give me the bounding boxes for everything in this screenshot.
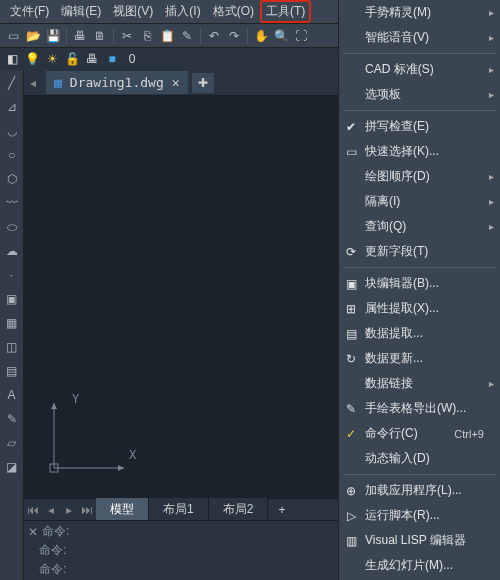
menu-edit[interactable]: 编辑(E) [55, 0, 107, 23]
field-icon: ⟳ [343, 244, 359, 260]
tools-menu-item-13[interactable]: ▣块编辑器(B)... [339, 271, 500, 296]
layout-next-icon[interactable]: ▸ [60, 503, 78, 517]
open-icon[interactable]: 📂 [24, 27, 42, 45]
layer-icon[interactable]: ◧ [4, 51, 20, 67]
menu-tools[interactable]: 工具(T) [260, 0, 311, 23]
ellipse-icon[interactable]: ⬭ [3, 218, 21, 236]
tools-menu-item-4[interactable]: 选项板▸ [339, 82, 500, 107]
bulb-icon[interactable]: 💡 [24, 51, 40, 67]
menu-view[interactable]: 视图(V) [107, 0, 159, 23]
menu-shortcut: Ctrl+9 [454, 428, 484, 440]
new-tab-button[interactable]: ✚ [192, 73, 214, 93]
tools-menu-item-22[interactable]: ⊕加载应用程序(L)... [339, 478, 500, 503]
wipeout-icon[interactable]: ◪ [3, 458, 21, 476]
tools-menu-item-3[interactable]: CAD 标准(S)▸ [339, 57, 500, 82]
menu-item-label: 更新字段(T) [365, 243, 428, 260]
tools-menu-dropdown: 手势精灵(M)▸智能语音(V)▸CAD 标准(S)▸选项板▸✔拼写检查(E)▭快… [338, 0, 500, 580]
layout-prev-icon[interactable]: ◂ [42, 503, 60, 517]
match-icon[interactable]: ✎ [178, 27, 196, 45]
polygon-icon[interactable]: ⬡ [3, 170, 21, 188]
layout-tab-model[interactable]: 模型 [96, 498, 149, 521]
menu-item-label: 拼写检查(E) [365, 118, 429, 135]
revcloud-icon[interactable]: ☁ [3, 242, 21, 260]
layer-0-icon[interactable]: 0 [124, 51, 140, 67]
color-icon[interactable]: ■ [104, 51, 120, 67]
tools-menu-item-14[interactable]: ⊞属性提取(X)... [339, 296, 500, 321]
save-icon[interactable]: 💾 [44, 27, 62, 45]
menu-item-label: 手势精灵(M) [365, 4, 431, 21]
tools-menu-item-18[interactable]: ✎手绘表格导出(W)... [339, 396, 500, 421]
tools-menu-item-10[interactable]: 查询(Q)▸ [339, 214, 500, 239]
menu-separator [343, 474, 496, 475]
menu-file[interactable]: 文件(F) [4, 0, 55, 23]
polyline-icon[interactable]: ⊿ [3, 98, 21, 116]
pan-icon[interactable]: ✋ [252, 27, 270, 45]
tools-menu-item-17[interactable]: 数据链接▸ [339, 371, 500, 396]
document-tab[interactable]: ▦ Drawing1.dwg ✕ [46, 71, 188, 94]
hand-icon: ✎ [343, 401, 359, 417]
ucs-y-label: Y [72, 392, 79, 406]
mage-icon[interactable]: ▱ [3, 434, 21, 452]
print-layer-icon[interactable]: 🖶 [84, 51, 100, 67]
layout-tab-1[interactable]: 布局1 [149, 498, 209, 521]
menu-item-label: Visual LISP 编辑器 [365, 532, 466, 549]
tools-menu-item-9[interactable]: 隔离(I)▸ [339, 189, 500, 214]
arc-icon[interactable]: ◡ [3, 122, 21, 140]
menu-item-label: CAD 标准(S) [365, 61, 434, 78]
submenu-arrow-icon: ▸ [489, 171, 494, 182]
menu-item-label: 快速选择(K)... [365, 143, 439, 160]
menu-format[interactable]: 格式(O) [207, 0, 260, 23]
line-icon[interactable]: ╱ [3, 74, 21, 92]
paste-icon[interactable]: 📋 [158, 27, 176, 45]
script-icon: ▷ [343, 508, 359, 524]
copy-icon[interactable]: ⎘ [138, 27, 156, 45]
layout-add-button[interactable]: + [268, 500, 295, 520]
cut-icon[interactable]: ✂ [118, 27, 136, 45]
tools-menu-item-0[interactable]: 手势精灵(M)▸ [339, 0, 500, 25]
tools-menu-item-8[interactable]: 绘图顺序(D)▸ [339, 164, 500, 189]
tabs-prev-icon[interactable]: ◂ [30, 76, 42, 90]
layout-last-icon[interactable]: ⏭ [78, 503, 96, 517]
zoom-icon[interactable]: 🔍 [272, 27, 290, 45]
menu-item-label: 生成幻灯片(M)... [365, 557, 453, 574]
layout-tab-2[interactable]: 布局2 [209, 498, 269, 521]
tools-menu-item-19[interactable]: ✓命令行(C)Ctrl+9 [339, 421, 500, 446]
tools-menu-item-16[interactable]: ↻数据更新... [339, 346, 500, 371]
tools-menu-item-7[interactable]: ▭快速选择(K)... [339, 139, 500, 164]
menu-insert[interactable]: 插入(I) [159, 0, 206, 23]
layout-first-icon[interactable]: ⏮ [24, 503, 42, 517]
mtext-icon[interactable]: ✎ [3, 410, 21, 428]
data-icon: ▤ [343, 326, 359, 342]
tools-menu-item-23[interactable]: ▷运行脚本(R)... [339, 503, 500, 528]
menu-item-label: 隔离(I) [365, 193, 400, 210]
tools-menu-item-24[interactable]: ▥Visual LISP 编辑器 [339, 528, 500, 553]
print-icon[interactable]: 🖶 [71, 27, 89, 45]
redo-icon[interactable]: ↷ [225, 27, 243, 45]
tools-menu-item-20[interactable]: 动态输入(D) [339, 446, 500, 471]
table-icon[interactable]: ▤ [3, 362, 21, 380]
lock-icon[interactable]: 🔓 [64, 51, 80, 67]
text-icon[interactable]: A [3, 386, 21, 404]
tools-menu-item-15[interactable]: ▤数据提取... [339, 321, 500, 346]
tab-close-icon[interactable]: ✕ [172, 75, 180, 90]
submenu-arrow-icon: ▸ [489, 378, 494, 389]
menu-item-label: 数据链接 [365, 375, 413, 392]
tools-menu-item-25[interactable]: 生成幻灯片(M)... [339, 553, 500, 578]
circle-icon[interactable]: ○ [3, 146, 21, 164]
region-icon[interactable]: ◫ [3, 338, 21, 356]
menu-item-label: 数据提取... [365, 325, 423, 342]
point-icon[interactable]: ∙ [3, 266, 21, 284]
hatch-icon[interactable]: ▦ [3, 314, 21, 332]
undo-icon[interactable]: ↶ [205, 27, 223, 45]
tools-menu-item-6[interactable]: ✔拼写检查(E) [339, 114, 500, 139]
sun-icon[interactable]: ☀ [44, 51, 60, 67]
tools-menu-item-1[interactable]: 智能语音(V)▸ [339, 25, 500, 50]
spline-icon[interactable]: 〰 [3, 194, 21, 212]
print-preview-icon[interactable]: 🗎 [91, 27, 109, 45]
cmd-close-icon[interactable]: ✕ [28, 525, 38, 539]
cmd-prompt-3: 命令: [39, 561, 66, 578]
block-icon[interactable]: ▣ [3, 290, 21, 308]
zoom-extents-icon[interactable]: ⛶ [292, 27, 310, 45]
tools-menu-item-11[interactable]: ⟳更新字段(T) [339, 239, 500, 264]
new-icon[interactable]: ▭ [4, 27, 22, 45]
